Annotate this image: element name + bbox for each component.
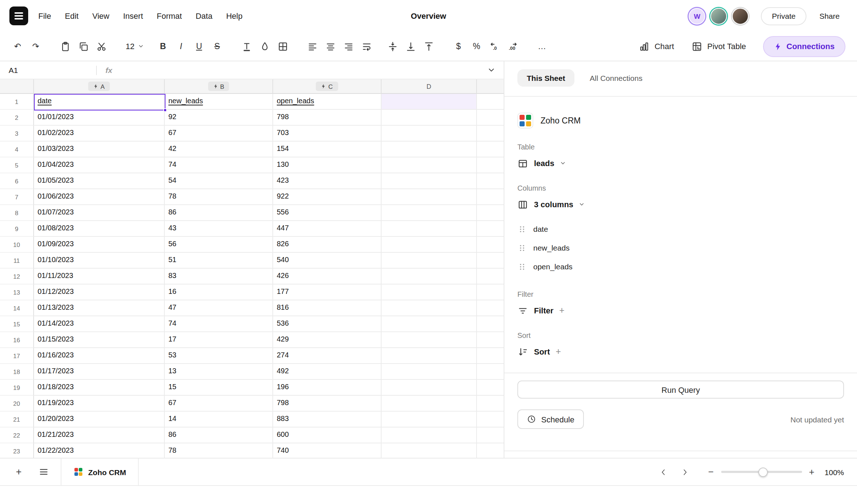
cell-A11[interactable]: 01/10/2023 bbox=[34, 253, 165, 269]
cell-B7[interactable]: 78 bbox=[165, 189, 273, 205]
cell-D13[interactable] bbox=[382, 284, 477, 300]
cell-E21[interactable] bbox=[477, 412, 504, 427]
undo-button[interactable]: ↶ bbox=[9, 37, 26, 55]
cell-B20[interactable]: 67 bbox=[165, 396, 273, 412]
cell-D22[interactable] bbox=[382, 427, 477, 443]
cell-E6[interactable] bbox=[477, 173, 504, 189]
cell-C8[interactable]: 556 bbox=[273, 205, 382, 221]
cell-A1[interactable]: date bbox=[34, 94, 165, 110]
cell-B8[interactable]: 86 bbox=[165, 205, 273, 221]
underline-button[interactable]: U bbox=[191, 37, 207, 55]
cell-C16[interactable]: 429 bbox=[273, 332, 382, 348]
connections-button[interactable]: Connections bbox=[763, 36, 845, 57]
column-header-B[interactable]: B bbox=[165, 79, 273, 94]
menu-item-view[interactable]: View bbox=[92, 12, 109, 20]
share-button[interactable]: Share bbox=[819, 12, 840, 20]
cell-A17[interactable]: 01/16/2023 bbox=[34, 348, 165, 364]
cell-D11[interactable] bbox=[382, 253, 477, 269]
cell-A15[interactable]: 01/14/2023 bbox=[34, 316, 165, 332]
cell-B16[interactable]: 17 bbox=[165, 332, 273, 348]
add-sheet-button[interactable]: + bbox=[10, 463, 27, 481]
cell-A4[interactable]: 01/03/2023 bbox=[34, 142, 165, 157]
cell-D4[interactable] bbox=[382, 142, 477, 157]
borders-button[interactable] bbox=[275, 37, 291, 55]
row-number-23[interactable]: 23 bbox=[0, 443, 34, 458]
currency-format-button[interactable]: $ bbox=[450, 37, 467, 55]
cell-E3[interactable] bbox=[477, 126, 504, 142]
row-number-3[interactable]: 3 bbox=[0, 126, 34, 142]
cell-D3[interactable] bbox=[382, 126, 477, 142]
row-number-15[interactable]: 15 bbox=[0, 316, 34, 332]
cell-E9[interactable] bbox=[477, 221, 504, 237]
cell-A16[interactable]: 01/15/2023 bbox=[34, 332, 165, 348]
row-number-5[interactable]: 5 bbox=[0, 157, 34, 173]
cell-D8[interactable] bbox=[382, 205, 477, 221]
run-query-button[interactable]: Run Query bbox=[517, 381, 844, 399]
cell-A21[interactable]: 01/20/2023 bbox=[34, 412, 165, 427]
row-number-4[interactable]: 4 bbox=[0, 142, 34, 157]
cell-D12[interactable] bbox=[382, 269, 477, 284]
column-header-C[interactable]: C bbox=[273, 79, 382, 94]
text-color-button[interactable] bbox=[238, 37, 255, 55]
menu-item-format[interactable]: Format bbox=[157, 12, 182, 20]
formula-bar-expand-button[interactable] bbox=[487, 66, 496, 74]
percent-format-button[interactable]: % bbox=[468, 37, 485, 55]
menu-item-help[interactable]: Help bbox=[226, 12, 242, 20]
menu-item-edit[interactable]: Edit bbox=[65, 12, 78, 20]
cell-D18[interactable] bbox=[382, 364, 477, 380]
cell-D5[interactable] bbox=[382, 157, 477, 173]
cell-D14[interactable] bbox=[382, 300, 477, 316]
row-number-17[interactable]: 17 bbox=[0, 348, 34, 364]
menu-item-data[interactable]: Data bbox=[195, 12, 212, 20]
pivot-table-button[interactable]: Pivot Table bbox=[692, 41, 746, 52]
connection-header[interactable]: Zoho CRM bbox=[517, 113, 844, 129]
cell-A10[interactable]: 01/09/2023 bbox=[34, 237, 165, 253]
row-number-2[interactable]: 2 bbox=[0, 110, 34, 126]
cell-C22[interactable]: 600 bbox=[273, 427, 382, 443]
paste-button[interactable] bbox=[57, 37, 74, 55]
cell-C4[interactable]: 154 bbox=[273, 142, 382, 157]
valign-bottom-button[interactable] bbox=[402, 37, 419, 55]
strikethrough-button[interactable]: S bbox=[209, 37, 225, 55]
column-header-A[interactable]: A bbox=[34, 79, 165, 94]
cell-E11[interactable] bbox=[477, 253, 504, 269]
cell-A5[interactable]: 01/04/2023 bbox=[34, 157, 165, 173]
row-number-16[interactable]: 16 bbox=[0, 332, 34, 348]
row-number-1[interactable]: 1 bbox=[0, 94, 34, 110]
zoom-out-button[interactable]: − bbox=[708, 466, 714, 477]
cell-A6[interactable]: 01/05/2023 bbox=[34, 173, 165, 189]
cell-D20[interactable] bbox=[382, 396, 477, 412]
chart-button[interactable]: Chart bbox=[639, 41, 674, 52]
cell-C18[interactable]: 492 bbox=[273, 364, 382, 380]
cell-A12[interactable]: 01/11/2023 bbox=[34, 269, 165, 284]
cell-C12[interactable]: 426 bbox=[273, 269, 382, 284]
cell-C1[interactable]: open_leads bbox=[273, 94, 382, 110]
cell-C3[interactable]: 703 bbox=[273, 126, 382, 142]
cell-C6[interactable]: 423 bbox=[273, 173, 382, 189]
schedule-button[interactable]: Schedule bbox=[517, 409, 584, 429]
cell-B9[interactable]: 43 bbox=[165, 221, 273, 237]
cell-name-box[interactable]: A1 bbox=[9, 66, 96, 74]
row-number-8[interactable]: 8 bbox=[0, 205, 34, 221]
sheet-tab-zoho-crm[interactable]: Zoho CRM bbox=[61, 458, 138, 486]
cell-E12[interactable] bbox=[477, 269, 504, 284]
cell-E13[interactable] bbox=[477, 284, 504, 300]
cell-A13[interactable]: 01/12/2023 bbox=[34, 284, 165, 300]
cell-B12[interactable]: 83 bbox=[165, 269, 273, 284]
add-sort-icon[interactable]: + bbox=[556, 347, 561, 357]
font-size-select[interactable]: 12 bbox=[123, 37, 147, 55]
cell-E10[interactable] bbox=[477, 237, 504, 253]
private-button[interactable]: Private bbox=[761, 7, 806, 25]
cell-A9[interactable]: 01/08/2023 bbox=[34, 221, 165, 237]
align-right-button[interactable] bbox=[340, 37, 357, 55]
cell-C21[interactable]: 883 bbox=[273, 412, 382, 427]
row-number-9[interactable]: 9 bbox=[0, 221, 34, 237]
cell-D19[interactable] bbox=[382, 380, 477, 396]
cell-C20[interactable]: 798 bbox=[273, 396, 382, 412]
column-header-D[interactable]: D bbox=[382, 79, 477, 94]
cell-D7[interactable] bbox=[382, 189, 477, 205]
menu-item-file[interactable]: File bbox=[38, 12, 51, 20]
cell-D6[interactable] bbox=[382, 173, 477, 189]
row-number-10[interactable]: 10 bbox=[0, 237, 34, 253]
sheets-list-button[interactable] bbox=[35, 463, 52, 481]
